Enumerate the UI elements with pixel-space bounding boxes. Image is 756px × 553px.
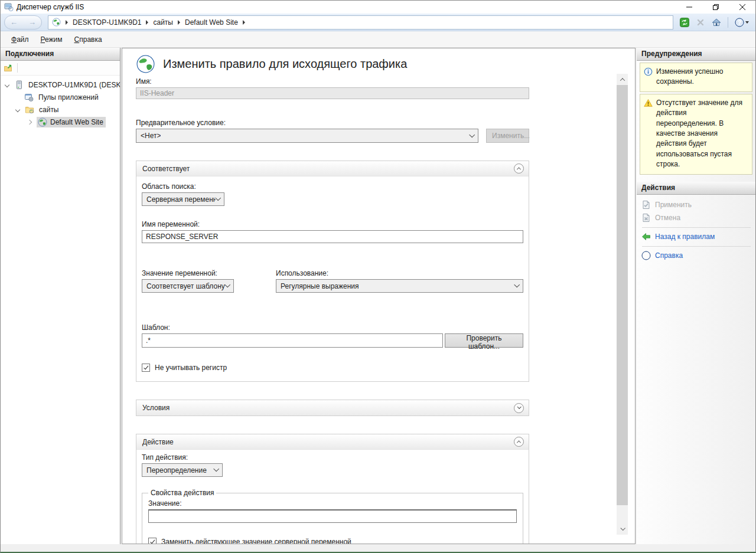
stop-button[interactable]	[694, 16, 707, 29]
scope-label: Область поиска:	[142, 182, 523, 191]
app-body: Подключения DESKTOP-U1MK9D1 (DESKTOP-U1M…	[1, 48, 755, 544]
collapse-section-button[interactable]	[514, 437, 524, 447]
variable-name-input[interactable]	[142, 230, 523, 243]
tree-item-server[interactable]: DESKTOP-U1MK9D1 (DESKTOP-U1MK9D1)	[1, 78, 120, 91]
address-toolbar	[678, 16, 751, 29]
tree-item-label: сайты	[37, 105, 61, 114]
action-section: Действие Тип действия: Переопределение С…	[136, 434, 529, 544]
back-to-rules-link[interactable]: Назад к правилам	[641, 231, 751, 243]
restore-button[interactable]	[702, 1, 729, 14]
conditions-section-header[interactable]: Условия	[136, 400, 529, 415]
pattern-label: Шаблон:	[142, 323, 523, 332]
edit-rule-page: Изменить правило для исходящего трафика …	[122, 48, 636, 544]
matching-scope-select[interactable]: Серверная переменн	[142, 192, 224, 206]
app-icon	[4, 2, 14, 12]
address-bar: ← → DESKTOP-U1MK9D1 сайты Default Web Si…	[1, 14, 755, 31]
tree-item-app-pools[interactable]: Пулы приложений	[1, 91, 120, 103]
action-section-header[interactable]: Действие	[136, 434, 529, 450]
home-icon	[712, 18, 721, 27]
outbound-rule-globe-icon	[136, 54, 155, 74]
navigation-buttons: ← →	[4, 15, 42, 30]
chevron-collapsed-icon[interactable]	[27, 119, 32, 124]
menu-view[interactable]: Режим	[36, 34, 67, 45]
breadcrumb-server[interactable]: DESKTOP-U1MK9D1	[73, 18, 141, 27]
warning-icon	[644, 99, 653, 107]
cancel-icon	[641, 213, 651, 222]
test-pattern-button[interactable]: Проверить шаблон...	[445, 333, 523, 348]
chevron-expanded-icon[interactable]	[15, 107, 20, 112]
restore-icon	[713, 4, 719, 10]
tree-item-default-web-site[interactable]: Default Web Site	[1, 116, 120, 128]
close-button[interactable]	[729, 1, 755, 14]
chevron-up-icon	[517, 167, 521, 171]
chevron-down-icon	[224, 282, 230, 287]
pattern-input[interactable]	[142, 333, 443, 348]
main-scrollbar[interactable]	[617, 74, 628, 535]
section-title: Соответствует	[142, 165, 190, 173]
refresh-icon	[680, 18, 689, 27]
checkmark-icon	[150, 539, 155, 544]
help-link[interactable]: Справка	[641, 250, 751, 262]
ignore-case-label: Не учитывать регистр	[155, 364, 227, 372]
window-bottom-edge	[1, 544, 755, 552]
forward-nav-button[interactable]: →	[28, 18, 36, 26]
info-alert: Изменения успешно сохранены.	[640, 63, 752, 92]
globe-icon	[52, 18, 61, 27]
scrollbar-thumb[interactable]	[617, 85, 628, 505]
help-menu-button[interactable]	[733, 16, 751, 29]
action-value-input[interactable]	[148, 509, 517, 523]
chevron-down-icon	[514, 282, 520, 287]
connections-header: Подключения	[1, 48, 120, 61]
connect-to-server-icon[interactable]	[4, 63, 13, 73]
warning-alert: Отсутствует значение для действия переоп…	[640, 94, 752, 175]
rule-name-input[interactable]	[136, 87, 529, 99]
menu-bar: Файл Режим Справка	[1, 31, 755, 48]
cancel-button[interactable]: Отмена	[641, 212, 751, 224]
tree-item-sites[interactable]: сайты	[1, 103, 120, 116]
using-label: Использование:	[276, 269, 523, 277]
minimize-icon	[686, 4, 692, 10]
menu-help[interactable]: Справка	[70, 34, 107, 45]
window-controls	[676, 1, 755, 14]
back-nav-button[interactable]: ←	[10, 18, 18, 26]
breadcrumb-default-web-site[interactable]: Default Web Site	[185, 18, 238, 27]
title-bar: Диспетчер служб IIS	[1, 1, 755, 14]
variable-name-label: Имя переменной:	[142, 220, 523, 228]
chevron-expanded-icon[interactable]	[5, 82, 9, 87]
variable-value-select[interactable]: Соответствует шаблону	[142, 279, 234, 293]
refresh-button[interactable]	[678, 16, 691, 29]
action-type-select[interactable]: Переопределение	[142, 463, 223, 477]
breadcrumb-sites[interactable]: сайты	[153, 18, 173, 27]
collapse-section-button[interactable]	[514, 163, 524, 174]
site-globe-icon	[38, 117, 47, 127]
expand-section-button[interactable]	[514, 403, 524, 413]
scroll-up-button[interactable]	[617, 74, 628, 85]
scroll-down-button[interactable]	[617, 523, 628, 535]
match-section-header[interactable]: Соответствует	[136, 161, 529, 176]
page-header: Изменить правило для исходящего трафика	[136, 54, 529, 74]
task-panel: Предупреждения Изменения успешно сохране…	[637, 48, 755, 544]
scrollbar-track[interactable]	[617, 505, 628, 523]
tree-item-label: DESKTOP-U1MK9D1 (DESKTOP-U1MK9D1)	[27, 80, 120, 90]
breadcrumb[interactable]: DESKTOP-U1MK9D1 сайты Default Web Site	[48, 15, 673, 30]
value-label: Значение:	[148, 499, 517, 508]
replace-value-checkbox[interactable]	[148, 538, 157, 544]
minimize-button[interactable]	[676, 1, 702, 14]
edit-precondition-button[interactable]: Изменить...	[486, 129, 529, 143]
page-title: Изменить правило для исходящего трафика	[163, 57, 407, 71]
selected-tree-item[interactable]: Default Web Site	[37, 117, 106, 127]
actions-list: Применить Отмена Назад к правилам Справк…	[637, 195, 755, 263]
help-icon	[641, 251, 651, 260]
section-title: Действие	[142, 438, 174, 446]
tree-item-label: Пулы приложений	[37, 93, 100, 102]
precondition-label: Предварительное условие:	[136, 119, 529, 127]
using-select[interactable]: Регулярные выражения	[276, 279, 523, 293]
actions-divider	[642, 227, 751, 228]
precondition-select[interactable]: <Нет>	[136, 129, 478, 143]
menu-file[interactable]: Файл	[6, 34, 34, 45]
apply-button[interactable]: Применить	[641, 199, 751, 211]
home-button[interactable]	[710, 16, 723, 29]
ignore-case-checkbox[interactable]	[142, 364, 150, 372]
variable-value-label: Значение переменной:	[142, 269, 276, 277]
action-type-label: Тип действия:	[142, 453, 523, 462]
